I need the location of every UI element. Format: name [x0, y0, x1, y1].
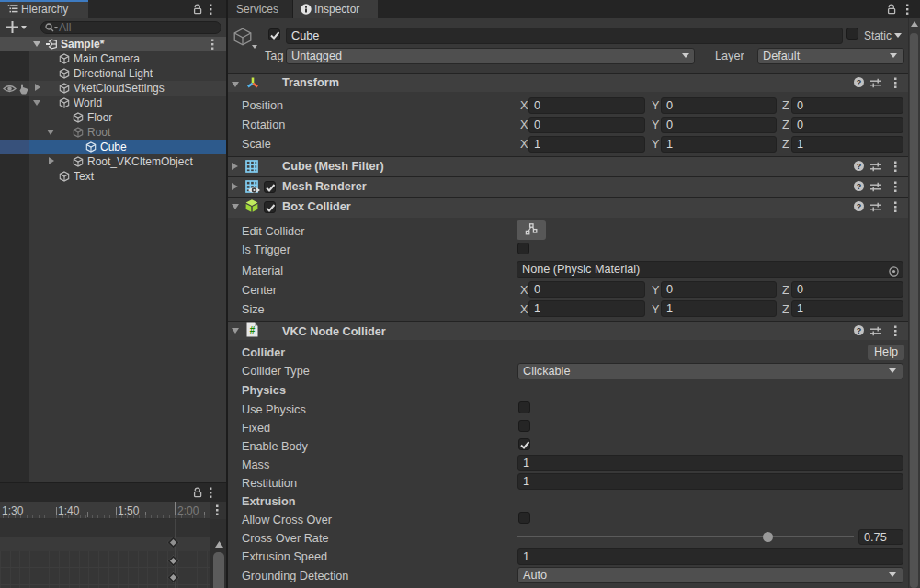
svg-text:#: #	[250, 325, 256, 335]
